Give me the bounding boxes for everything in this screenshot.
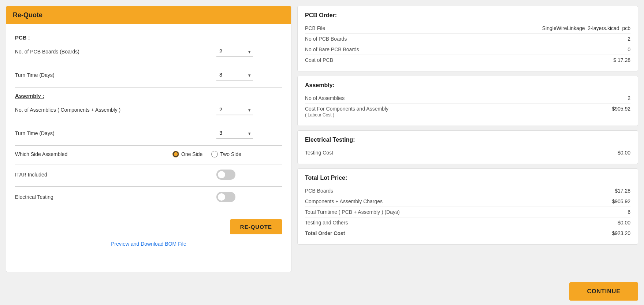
electrical-testing-slider (216, 192, 235, 202)
pcb-file-value: SingleWireLinkage_2-layers.kicad_pcb (542, 25, 630, 31)
total-lot-card: Total Lot Price: PCB Boards $17.28 Compo… (297, 168, 638, 245)
itar-toggle[interactable] (216, 170, 235, 180)
total-lot-title: Total Lot Price: (305, 175, 630, 181)
requote-header: Re-Quote (6, 6, 291, 24)
two-side-radio[interactable] (211, 151, 218, 157)
pcb-boards-total-label: PCB Boards (305, 188, 587, 194)
components-charges-value: $905.92 (587, 198, 630, 204)
bottom-bar: CONTINUE (0, 278, 644, 305)
electrical-testing-row: Electrical Testing (15, 192, 282, 202)
one-side-text: One Side (181, 151, 202, 157)
assembly-turntime-label: Turn Time (Days) (15, 130, 216, 136)
pcb-file-label: PCB File (305, 25, 542, 31)
one-side-radio-label[interactable]: One Side (172, 151, 202, 157)
total-turntime-value: 6 (587, 209, 630, 215)
assembly-order-title: Assembly: (305, 82, 630, 89)
testing-cost-value: $0.00 (587, 150, 630, 156)
testing-others-value: $0.00 (587, 220, 630, 226)
components-assembly-value: $905.92 (587, 106, 630, 112)
electrical-testing-card-title: Electrical Testing: (305, 137, 630, 143)
no-assemblies-value: 2 (587, 95, 630, 101)
assembly-order-card: Assembly: No of Assemblies 2 Cost For Co… (297, 76, 638, 126)
no-assemblies-label: No of Assemblies (305, 95, 587, 101)
pcb-boards-select[interactable]: 1 2 3 4 5 (216, 46, 253, 57)
pcb-boards-count-row: No of PCB Boards 2 (305, 33, 630, 44)
testing-cost-row: Testing Cost $0.00 (305, 148, 630, 158)
which-side-label: Which Side Assembled (15, 151, 172, 157)
left-panel: Re-Quote PCB : No. of PCB Boards (Boards… (6, 6, 291, 272)
pcb-section-title: PCB : (15, 34, 282, 41)
side-radio-group: One Side Two Side (172, 151, 241, 157)
pcb-order-card: PCB Order: PCB File SingleWireLinkage_2-… (297, 6, 638, 71)
two-side-radio-label[interactable]: Two Side (211, 151, 241, 157)
two-side-text: Two Side (220, 151, 241, 157)
requote-button[interactable]: RE-QUOTE (230, 219, 282, 234)
pcb-boards-count-value: 2 (587, 36, 630, 42)
pcb-boards-count-label: No of PCB Boards (305, 36, 587, 42)
total-turntime-row: Total Turntime ( PCB + Assembly ) (Days)… (305, 207, 630, 217)
components-assembly-row: Cost For Components and Assembly ( Labou… (305, 103, 630, 120)
pcb-boards-total-value: $17.28 (587, 188, 630, 194)
total-turntime-label: Total Turntime ( PCB + Assembly ) (Days) (305, 209, 587, 215)
pcb-turntime-select[interactable]: 1 2 3 5 (216, 69, 253, 81)
requote-title: Re-Quote (13, 11, 42, 19)
electrical-testing-label: Electrical Testing (15, 194, 216, 200)
which-side-row: Which Side Assembled One Side Two Side (15, 151, 282, 157)
bare-pcb-row: No of Bare PCB Boards 0 (305, 44, 630, 55)
assembly-turntime-select[interactable]: 1 2 3 5 (216, 127, 253, 139)
pcb-boards-total-row: PCB Boards $17.28 (305, 186, 630, 196)
bare-pcb-value: 0 (587, 47, 630, 52)
no-assemblies-row: No of Assemblies 2 (305, 93, 630, 103)
assembly-section-title: Assembly : (15, 93, 282, 99)
components-assembly-label: Cost For Components and Assembly ( Labou… (305, 106, 587, 118)
testing-others-label: Testing and Others (305, 220, 587, 226)
pcb-file-row: PCB File SingleWireLinkage_2-layers.kica… (305, 23, 630, 33)
bare-pcb-label: No of Bare PCB Boards (305, 47, 587, 52)
total-order-cost-value: $923.20 (587, 230, 630, 236)
assemblies-label: No. of Assemblies ( Components + Assembl… (15, 107, 216, 113)
pcb-turntime-label: Turn Time (Days) (15, 72, 216, 78)
itar-label: ITAR Included (15, 172, 216, 178)
total-order-cost-label: Total Order Cost (305, 230, 587, 236)
cost-pcb-value: $ 17.28 (587, 57, 630, 63)
itar-slider (216, 170, 235, 180)
continue-button[interactable]: CONTINUE (569, 282, 638, 301)
testing-others-row: Testing and Others $0.00 (305, 217, 630, 228)
pcb-boards-label: No. of PCB Boards (Boards) (15, 49, 216, 55)
cost-pcb-label: Cost of PCB (305, 57, 587, 63)
components-charges-row: Components + Assembly Charges $905.92 (305, 196, 630, 207)
pcb-turntime-row: Turn Time (Days) 1 2 3 5 (15, 69, 282, 81)
download-bom-link[interactable]: Preview and Download BOM File (15, 241, 282, 247)
components-charges-label: Components + Assembly Charges (305, 198, 587, 204)
total-order-cost-row: Total Order Cost $923.20 (305, 228, 630, 238)
electrical-testing-toggle[interactable] (216, 192, 235, 202)
testing-cost-label: Testing Cost (305, 150, 587, 156)
one-side-radio[interactable] (172, 151, 179, 157)
right-panel: PCB Order: PCB File SingleWireLinkage_2-… (297, 6, 638, 272)
pcb-order-title: PCB Order: (305, 12, 630, 19)
assemblies-select[interactable]: 1 2 3 (216, 104, 253, 115)
itar-row: ITAR Included (15, 170, 282, 180)
assemblies-row: No. of Assemblies ( Components + Assembl… (15, 104, 282, 115)
electrical-testing-card: Electrical Testing: Testing Cost $0.00 (297, 130, 638, 164)
pcb-boards-row: No. of PCB Boards (Boards) 1 2 3 4 5 (15, 46, 282, 57)
cost-pcb-row: Cost of PCB $ 17.28 (305, 55, 630, 65)
assembly-turntime-row: Turn Time (Days) 1 2 3 5 (15, 127, 282, 139)
